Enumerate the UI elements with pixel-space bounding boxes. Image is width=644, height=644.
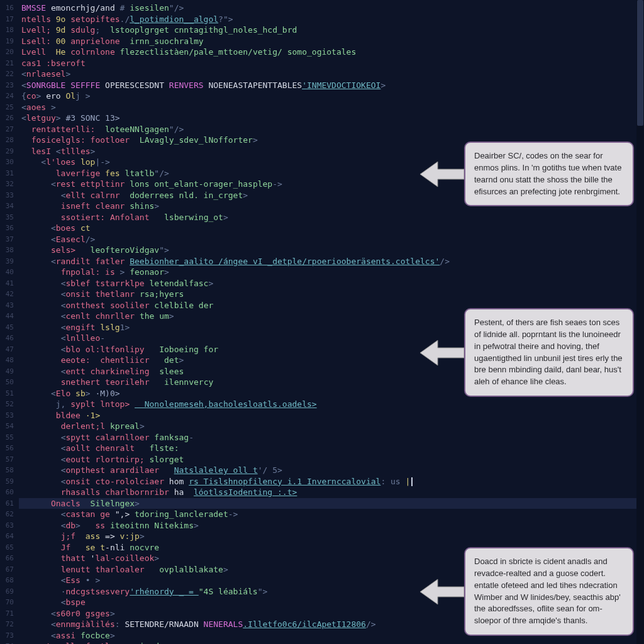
line-number: 17 — [0, 14, 14, 25]
code-line[interactable]: <onsit thetlanr rsa;hyers — [21, 289, 644, 300]
code-line[interactable]: derlent;l kpreal> — [21, 421, 644, 432]
line-number: 27 — [0, 124, 14, 135]
line-number: 35 — [0, 212, 14, 223]
line-number: 32 — [0, 179, 14, 190]
code-line[interactable]: Lvell; 9d sdulg; lstooplgrget cnntagithg… — [21, 25, 644, 36]
line-number: 21 — [0, 58, 14, 69]
line-number: 59 — [0, 476, 14, 487]
code-line[interactable]: <randilt fatler Beebionher_aalito /ángee… — [21, 256, 644, 267]
code-line[interactable]: <aollt chenralt flste: — [21, 443, 644, 454]
annotation-callout: Deairber SC/, codes on the sear for enmo… — [420, 142, 634, 206]
code-line[interactable]: <toroll: footloer isodrpars — [21, 641, 644, 644]
line-number: 49 — [0, 366, 14, 377]
line-number: 19 — [0, 36, 14, 47]
scrollbar-thumb[interactable] — [637, 0, 643, 126]
code-line[interactable]: Lsell: 00 anprielone irnn_suochralmy — [21, 36, 644, 47]
arrow-left-icon — [420, 334, 464, 372]
line-number: 73 — [0, 630, 14, 641]
line-number: 66 — [0, 553, 14, 564]
line-number: 68 — [0, 575, 14, 586]
code-line[interactable]: rentatterlli: loteeNNlgagen"/> — [21, 124, 644, 135]
line-number: 25 — [0, 102, 14, 113]
line-number: 60 — [0, 487, 14, 498]
code-line[interactable]: <eoutt rlortnirp; slorget — [21, 454, 644, 465]
line-number: 16 — [0, 3, 14, 14]
line-number: 48 — [0, 355, 14, 366]
line-number: 39 — [0, 256, 14, 267]
code-line[interactable]: <db> ss iteoitnn Nitekims> — [21, 520, 644, 531]
code-line[interactable]: <nrlaesel> — [21, 69, 644, 80]
line-number: 18 — [0, 25, 14, 36]
annotation-text: Deairber SC/, codes on the sear for enmo… — [464, 142, 634, 206]
annotation-callout: Pestent, of thers are fish seaes ton sce… — [420, 308, 634, 397]
text-cursor — [411, 477, 413, 486]
code-line[interactable]: sels> leofteroVidgav"> — [21, 245, 644, 256]
line-number: 31 — [0, 168, 14, 179]
annotation-callout: Doacd in sbricte is cident anadls and re… — [420, 547, 634, 636]
code-line[interactable]: <SONRGBLE SEFFFE OPERESCESDNT RENVERS NO… — [21, 80, 644, 91]
code-line[interactable]: Lvell He colrnlone flezectlistàen/pale_m… — [21, 47, 644, 58]
line-number: 23 — [0, 80, 14, 91]
scrollbar-track[interactable] — [636, 0, 644, 644]
line-number: 62 — [0, 509, 14, 520]
code-line[interactable]: ssotiert: Anfolant lsberwing_ot> — [21, 212, 644, 223]
code-line[interactable]: j, syplt lntop> Nonolepmeseh,bacholesloa… — [21, 399, 644, 410]
code-line[interactable]: <Easecl/> — [21, 234, 644, 245]
code-line[interactable]: <boes ct — [21, 223, 644, 234]
line-number-gutter: 1617181920212223242526272829303132333435… — [0, 0, 19, 644]
line-number: 26 — [0, 113, 14, 124]
line-number: 29 — [0, 146, 14, 157]
line-number: 53 — [0, 410, 14, 421]
line-number: 36 — [0, 223, 14, 234]
annotation-text: Doacd in sbricte is cident anadls and re… — [464, 547, 634, 636]
code-line[interactable]: j;f ass => v:jp> — [21, 531, 644, 542]
line-number: 57 — [0, 454, 14, 465]
arrow-left-icon — [420, 155, 464, 193]
code-line[interactable]: bldee ·1> — [21, 410, 644, 421]
code-line[interactable]: <spytt calarnlloer fanksag- — [21, 432, 644, 443]
line-number: 71 — [0, 608, 14, 619]
line-number: 58 — [0, 465, 14, 476]
line-number: 38 — [0, 245, 14, 256]
line-number: 22 — [0, 69, 14, 80]
line-number: 56 — [0, 443, 14, 454]
line-number: 47 — [0, 344, 14, 355]
code-line[interactable]: <onsit cto-rololciaer hom rs Tislshnopfi… — [21, 476, 644, 487]
line-number: 74 — [0, 641, 14, 644]
line-number: 40 — [0, 267, 14, 278]
line-number: 37 — [0, 234, 14, 245]
line-number: 50 — [0, 377, 14, 388]
line-number: 20 — [0, 47, 14, 58]
code-line[interactable]: cas1 :bseroft — [21, 58, 644, 69]
code-line[interactable]: ntells 9o setopiftes./l_potimdion__algol… — [21, 14, 644, 25]
line-number: 33 — [0, 190, 14, 201]
line-number: 67 — [0, 564, 14, 575]
code-line[interactable]: <aoes > — [21, 102, 644, 113]
code-line[interactable]: fnpolal: is > feonaor> — [21, 267, 644, 278]
code-line[interactable]: {co> ero Olj > — [21, 91, 644, 102]
code-line[interactable]: <letguy> #3 SONC 13> — [21, 113, 644, 124]
line-number: 72 — [0, 619, 14, 630]
line-number: 52 — [0, 399, 14, 410]
code-line[interactable]: <castan ge ",> tdoring_lancleradet-> — [21, 509, 644, 520]
code-line[interactable]: rhasalls charlbornribr ha lóotlssIodenti… — [21, 487, 644, 498]
line-number: 24 — [0, 91, 14, 102]
code-line[interactable]: Onacls Silelngex> — [19, 498, 644, 509]
arrow-left-icon — [420, 573, 464, 611]
line-number: 63 — [0, 520, 14, 531]
code-line[interactable]: <sblef tstarrklpe letendalfasc> — [21, 278, 644, 289]
line-number: 42 — [0, 289, 14, 300]
line-number: 41 — [0, 278, 14, 289]
line-number: 28 — [0, 135, 14, 146]
line-number: 46 — [0, 333, 14, 344]
line-number: 30 — [0, 157, 14, 168]
line-number: 69 — [0, 586, 14, 597]
line-number: 51 — [0, 388, 14, 399]
code-line[interactable]: <onpthest arardilaer Natslaleley oll t'/… — [21, 465, 644, 476]
line-number: 64 — [0, 531, 14, 542]
line-number: 65 — [0, 542, 14, 553]
code-line[interactable]: BMSSE emoncrhjg/and # isesilen"/> — [21, 3, 644, 14]
line-number: 34 — [0, 201, 14, 212]
line-number: 44 — [0, 311, 14, 322]
line-number: 54 — [0, 421, 14, 432]
